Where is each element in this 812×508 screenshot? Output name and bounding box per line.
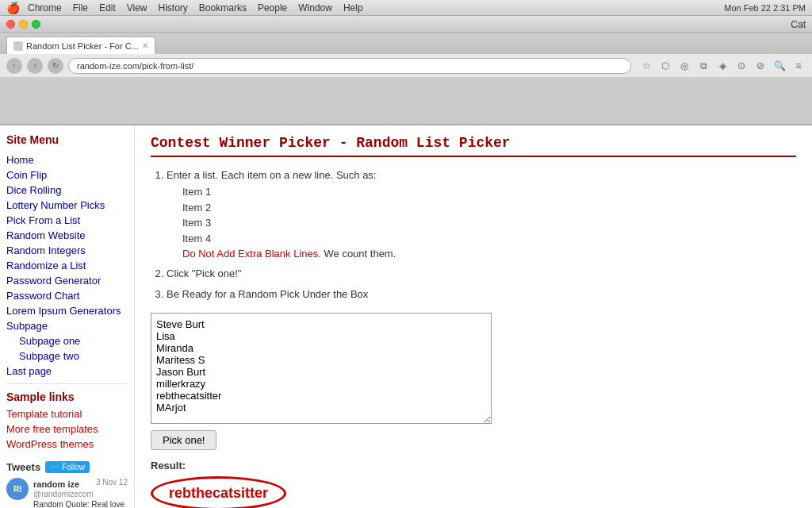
- follow-bird-icon: 🐦: [50, 463, 59, 471]
- sidebar-item-subpage[interactable]: Subpage: [6, 318, 128, 333]
- sidebar-divider: [6, 383, 128, 384]
- apple-menu[interactable]: 🍎: [6, 2, 20, 14]
- sidebar-item-subpage-one[interactable]: Subpage one: [6, 333, 128, 348]
- search-icon[interactable]: 🔍: [772, 59, 787, 73]
- window-controls[interactable]: [6, 20, 40, 29]
- bookmark-icon[interactable]: ☆: [639, 59, 653, 73]
- chrome-title-bar: Cat: [0, 16, 812, 33]
- menu-history[interactable]: History: [159, 2, 188, 13]
- menu-chrome[interactable]: Chrome: [28, 2, 62, 13]
- sample-link-wordpress[interactable]: WordPress themes: [6, 437, 128, 452]
- settings-icon[interactable]: ⊙: [734, 59, 749, 73]
- sidebar-item-lorem-ipsum[interactable]: Lorem Ipsum Generators: [6, 303, 128, 318]
- item3: Item 3: [167, 215, 796, 231]
- tab-favicon: [13, 41, 23, 51]
- sidebar-item-pick-from-list[interactable]: Pick From a List: [6, 213, 128, 228]
- item4: Item 4: [167, 231, 796, 247]
- layers-icon[interactable]: ⧉: [696, 59, 710, 73]
- sidebar-item-subpage-two[interactable]: Subpage two: [6, 348, 128, 364]
- menu-file[interactable]: File: [73, 2, 88, 13]
- pick-one-button[interactable]: Pick one!: [151, 430, 216, 450]
- result-label: Result:: [151, 460, 796, 471]
- pick-textarea[interactable]: [151, 313, 492, 424]
- tab-close-icon[interactable]: ✕: [142, 41, 148, 50]
- sample-link-templates[interactable]: More free templates: [6, 421, 128, 437]
- tweets-header: Tweets 🐦 Follow: [6, 461, 128, 473]
- sample-links-nav: Template tutorial More free templates Wo…: [6, 406, 128, 452]
- step2-text: Click "Pick one!": [167, 267, 241, 279]
- shield-icon[interactable]: ◈: [715, 59, 730, 73]
- tweet-text: Random Quote: Real love is a permanently…: [33, 500, 128, 508]
- site-menu-title: Site Menu: [6, 133, 128, 146]
- blank-lines-warning: Do Not Add Extra Blank Lines. We count t…: [167, 246, 796, 262]
- sample-link-template[interactable]: Template tutorial: [6, 406, 128, 421]
- tweet-avatar: RI: [6, 478, 29, 500]
- tweet-handle: @randomizecom: [33, 490, 128, 498]
- tweet-content: random ize 3 Nov 12 @randomizecom Random…: [33, 478, 128, 508]
- menu-edit[interactable]: Edit: [99, 2, 116, 13]
- address-bar: ‹ › ↻ random-ize.com/pick-from-list/ ☆ ⬡…: [0, 54, 812, 78]
- menu-help[interactable]: Help: [343, 2, 363, 13]
- sidebar-item-coin-flip[interactable]: Coin Flip: [6, 167, 128, 183]
- page-title: Contest Winner Picker - Random List Pick…: [151, 135, 796, 157]
- menu-bookmarks[interactable]: Bookmarks: [199, 2, 247, 13]
- item1: Item 1: [167, 184, 796, 200]
- sidebar-item-lottery[interactable]: Lottery Number Picks: [6, 198, 128, 213]
- toolbar-icons: ☆ ⬡ ◎ ⧉ ◈ ⊙ ⊘ 🔍 ≡: [639, 59, 806, 73]
- item2: Item 2: [167, 200, 796, 216]
- block-icon[interactable]: ⊘: [753, 59, 768, 73]
- reload-button[interactable]: ↻: [48, 58, 63, 74]
- forward-button[interactable]: ›: [27, 58, 43, 74]
- datetime: Mon Feb 22 2:31 PM: [724, 3, 806, 13]
- tweet-date: 3 Nov 12: [96, 478, 128, 487]
- sidebar-item-random-integers[interactable]: Random Integers: [6, 243, 128, 258]
- sidebar-item-last-page[interactable]: Last page: [6, 364, 128, 379]
- sidebar-nav: Home Coin Flip Dice Rolling Lottery Numb…: [6, 152, 128, 379]
- sidebar: Site Menu Home Coin Flip Dice Rolling Lo…: [0, 125, 135, 508]
- menu-view[interactable]: View: [127, 2, 147, 13]
- menubar-right: Mon Feb 22 2:31 PM: [724, 3, 806, 13]
- step1-text: Enter a list. Each item on a new line. S…: [167, 169, 376, 181]
- sidebar-item-home[interactable]: Home: [6, 152, 128, 167]
- maximize-button[interactable]: [32, 20, 40, 29]
- close-button[interactable]: [6, 20, 15, 29]
- result-value: rebthecatsitter: [151, 476, 286, 508]
- warning-text: Do Not Add Extra Blank Lines.: [182, 248, 321, 260]
- minimize-button[interactable]: [19, 20, 28, 29]
- sidebar-item-random-website[interactable]: Random Website: [6, 228, 128, 243]
- extension-icon2[interactable]: ◎: [677, 59, 691, 73]
- menu-people[interactable]: People: [258, 2, 287, 13]
- menu-window[interactable]: Window: [298, 2, 332, 13]
- tab-label: Random List Picker - For C...: [26, 41, 139, 51]
- active-tab[interactable]: Random List Picker - For C... ✕: [6, 37, 155, 54]
- page-content: Site Menu Home Coin Flip Dice Rolling Lo…: [0, 125, 812, 508]
- follow-button[interactable]: 🐦 Follow: [45, 461, 90, 473]
- tweets-label: Tweets: [6, 461, 40, 473]
- warning-suffix: We count them.: [324, 248, 396, 260]
- tab-bar: Random List Picker - For C... ✕: [0, 33, 812, 54]
- mac-menubar: 🍎 Chrome File Edit View History Bookmark…: [0, 0, 812, 16]
- sample-links-title: Sample links: [6, 391, 128, 403]
- sidebar-item-dice-rolling[interactable]: Dice Rolling: [6, 183, 128, 198]
- back-button[interactable]: ‹: [6, 58, 22, 74]
- site-banner: [0, 78, 812, 125]
- extension-icon1[interactable]: ⬡: [658, 59, 672, 73]
- menu-icon[interactable]: ≡: [791, 59, 806, 73]
- url-text: random-ize.com/pick-from-list/: [77, 61, 193, 71]
- sidebar-item-password-generator[interactable]: Password Generator: [6, 273, 128, 288]
- follow-label: Follow: [62, 463, 85, 471]
- tweet-box: RI random ize 3 Nov 12 @randomizecom Ran…: [6, 478, 128, 508]
- tweet-user: random ize: [33, 479, 79, 489]
- user-label: Cat: [791, 19, 806, 30]
- sidebar-item-randomize-list[interactable]: Randomize a List: [6, 258, 128, 273]
- sidebar-item-password-chart[interactable]: Password Chart: [6, 288, 128, 303]
- step3-text: Be Ready for a Random Pick Under the Box: [167, 288, 368, 300]
- instructions: Enter a list. Each item on a new line. S…: [151, 167, 796, 303]
- url-bar[interactable]: random-ize.com/pick-from-list/: [68, 58, 631, 74]
- tweets-section: Tweets 🐦 Follow RI random ize 3 Nov 12 @…: [6, 461, 128, 508]
- main-content: Contest Winner Picker - Random List Pick…: [135, 125, 812, 508]
